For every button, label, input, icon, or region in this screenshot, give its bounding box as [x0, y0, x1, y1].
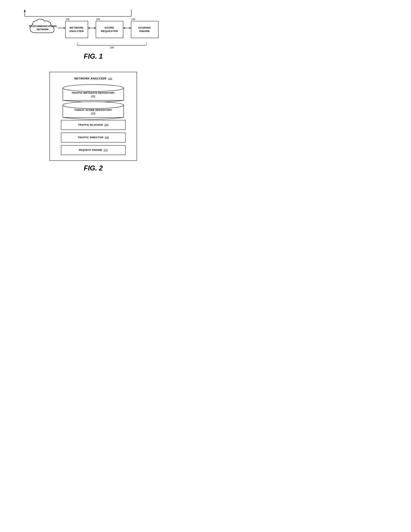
traffic-blocker-box: Traffic Blocker 206 [61, 120, 126, 130]
svg-marker-10 [123, 27, 125, 29]
svg-point-13 [63, 85, 124, 91]
telecom-label: Telecommunications Network [29, 25, 57, 31]
cylinder-204-wrapper: Threat Score Repository 204 [55, 101, 131, 115]
score-requestor-box: Score Requestor [96, 21, 123, 38]
svg-point-15 [63, 102, 124, 109]
fig1-diagram: Telecommunications Network 102 Network A… [28, 18, 158, 38]
cylinder-202-svg [61, 84, 126, 103]
cylinder-202-wrapper: Traffic Metadata Repository 202 [55, 84, 131, 98]
arrow-cloud-to-102 [58, 26, 65, 30]
svg-marker-8 [94, 27, 96, 29]
request-engine-box: Request Engine 210 [61, 145, 126, 155]
arrow-104-106 [123, 26, 131, 30]
svg-marker-3 [24, 10, 26, 12]
svg-marker-7 [88, 27, 90, 29]
scoring-engine-box: Scoring Engine [131, 21, 158, 38]
brace-100: 100 [77, 41, 146, 49]
top-feedback-arrow [23, 8, 133, 18]
cylinder-204-svg [61, 101, 126, 120]
fig2-title-row: Network Analyzer 102 [74, 77, 112, 80]
telecom-cloud: Telecommunications Network [28, 18, 58, 38]
network-analyzer-box: Network Analyzer [65, 21, 88, 38]
traffic-director-box: Traffic Director 208 [61, 133, 126, 142]
box-106-wrapper: 106 Scoring Engine [131, 18, 158, 38]
arrow-102-104 [88, 26, 96, 30]
svg-marker-5 [64, 27, 65, 29]
svg-marker-11 [129, 27, 131, 29]
fig2-section: Network Analyzer 102 Traffic Metadata Re… [11, 72, 175, 172]
fig2-outer-box: Network Analyzer 102 Traffic Metadata Re… [49, 72, 137, 161]
fig1-section: Telecommunications Network 102 Network A… [11, 8, 175, 60]
fig1-label: FIG. 1 [84, 52, 103, 60]
box-104-wrapper: 104 Score Requestor [96, 18, 123, 38]
fig2-label: FIG. 2 [84, 164, 103, 172]
brace-svg [77, 41, 146, 46]
box-102-wrapper: 102 Network Analyzer [65, 18, 88, 38]
